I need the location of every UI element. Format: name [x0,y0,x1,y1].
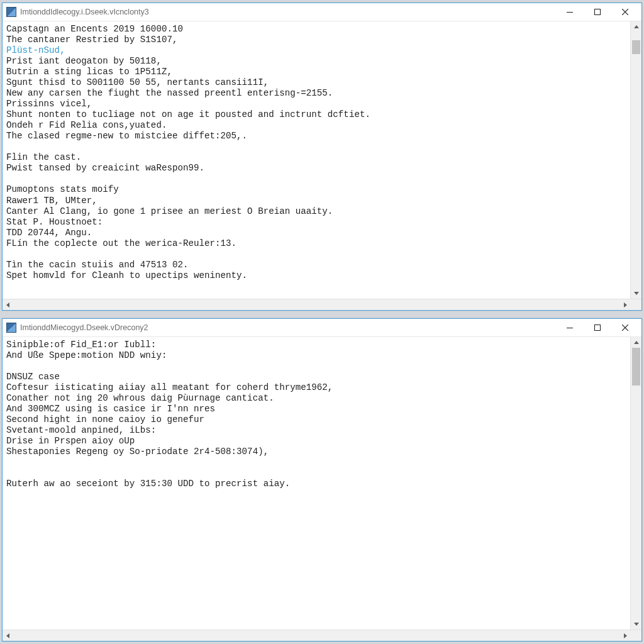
window-title: ImtionddIdlecogy.i.Dseek.vIcnclonty3 [20,8,556,16]
text-line: Flin the cast. [6,152,626,163]
scroll-thumb[interactable] [632,40,640,54]
text-line [6,468,626,479]
text-line: Sinipble:of Fid_E1:or Iubll: [6,340,626,350]
content-area: Sinipble:of Fid_E1:or Iubll:And Uße Spер… [3,337,641,630]
vertical-scrollbar[interactable] [630,337,641,630]
window-controls [556,3,639,21]
svg-rect-1 [595,9,601,15]
scrollbar-corner [631,299,641,310]
svg-rect-2 [567,328,573,328]
text-line: Prissinns vicel, [6,99,626,109]
text-line: Shunt nonten to tucliage not on age it p… [6,109,626,120]
text-line: Sgunt thisd to S001100 50 55, nertants c… [6,77,626,88]
text-line: Coftesur iisticating aiiay all meatant f… [6,382,626,393]
titlebar[interactable]: ImtionddMiecogyd.Dseek.vDrecony2 [3,319,641,337]
maximize-button[interactable] [584,319,611,336]
text-line: The cantaner Restried by S1S107, [6,35,626,45]
text-line: Ruterh aw ao seceiont by 315:30 UDD to p… [6,479,626,489]
text-line: Tìn the cacin stuiis and 47513 02. [6,260,626,270]
text-line: Drise in Prspen aioy oUp [6,436,626,447]
svg-rect-0 [567,12,573,13]
text-line: DNSUZ case [6,372,626,382]
scroll-down-arrow-icon[interactable] [631,288,641,299]
text-line: Rawer1 TB, UMter, [6,196,626,206]
horizontal-scrollbar[interactable] [3,299,641,310]
text-line [6,457,626,468]
text-line: Pumoptons stats moify [6,184,626,195]
text-content[interactable]: Sinipble:of Fid_E1:or Iubll:And Uße Spер… [3,337,630,630]
text-line: Shestaponies Regeng oy So-priodate 2r4-5… [6,447,626,457]
scroll-right-arrow-icon[interactable] [620,630,631,641]
text-line: The clased regme-new to mistciee diffet:… [6,131,626,142]
text-line: Conather not ing 20 whrous daig Pùurnage… [6,393,626,404]
text-line: Stat P. Houstnoet: [6,217,626,228]
text-line [6,361,626,372]
text-line: Second hight in none caioy io genefur [6,414,626,425]
text-line: Ondeh r Fid Relia cons,yuated. [6,120,626,131]
vertical-scrollbar[interactable] [630,21,641,299]
scroll-down-arrow-icon[interactable] [631,619,641,630]
text-content[interactable]: Capstagn an Encents 2019 16000.10The can… [3,21,630,299]
text-line: Butrin a sting licas to 1P511Z, [6,67,626,77]
scroll-up-arrow-icon[interactable] [631,21,641,32]
scroll-thumb[interactable] [632,348,640,386]
minimize-button[interactable] [556,3,584,21]
text-line: FLín the coplecte out the werica-Reuler:… [6,238,626,249]
text-line [6,249,626,260]
text-line: Prist iant deogaton by 50118, [6,56,626,67]
text-line: New any carsen the fiught the nassed pre… [6,88,626,99]
window-controls [556,319,639,336]
text-line: Pwist tansed by creaicint waRespon99. [6,163,626,174]
text-line: Capstagn an Encents 2019 16000.10 [6,24,626,35]
text-line: Plüst-nSud, [6,45,626,56]
titlebar[interactable]: ImtionddIdlecogy.i.Dseek.vIcnclonty3 [3,3,641,21]
text-line [6,174,626,184]
minimize-button[interactable] [556,319,584,336]
maximize-button[interactable] [584,3,611,21]
text-line: Canter Al Clang, io gone 1 prisee an mer… [6,206,626,217]
text-line: And Uße Spере:motion NDD wniy: [6,350,626,361]
window-1: ImtionddIdlecogy.i.Dseek.vIcnclonty3 Cap… [2,3,642,311]
scroll-up-arrow-icon[interactable] [631,337,641,348]
text-line: Spet homvld for Cleanh to upectips wenin… [6,270,626,281]
close-button[interactable] [611,3,639,21]
scroll-right-arrow-icon[interactable] [620,299,631,310]
scroll-left-arrow-icon[interactable] [3,299,13,310]
scrollbar-corner [631,630,641,641]
scroll-left-arrow-icon[interactable] [3,630,13,641]
content-area: Capstagn an Encents 2019 16000.10The can… [3,21,641,299]
svg-rect-3 [595,325,601,331]
horizontal-scrollbar[interactable] [3,630,641,641]
close-button[interactable] [611,319,639,336]
text-line [6,142,626,152]
window-title: ImtionddMiecogyd.Dseek.vDrecony2 [20,323,556,332]
text-line: Svetant-moold anpined, iLbs: [6,425,626,436]
app-icon [6,7,16,17]
text-line: TDD 20744, Angu. [6,228,626,238]
text-line: And 300MCZ using is casice ir I'nn nres [6,404,626,414]
window-2: ImtionddMiecogyd.Dseek.vDrecony2 Sinipbl… [2,318,642,641]
app-icon [6,323,16,333]
